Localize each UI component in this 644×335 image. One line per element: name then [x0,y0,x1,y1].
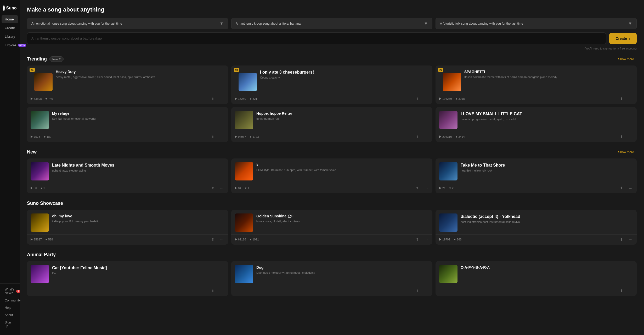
song-card[interactable]: Take Me to That Shoreheartfelt mellow fo… [436,158,637,193]
song-card[interactable]: ♭EDM style, Bb minor, 126 bpm, with trum… [231,158,432,193]
song-card[interactable]: Hoppe, hoppe Reiterfunny german rap94937… [231,107,432,142]
sidebar-item-whats-new[interactable]: What's New? 5 [2,286,18,297]
song-card[interactable]: Cat [Youtube: Feline Music]Cat⬆··· [27,261,228,296]
song-card[interactable]: #3SPAGHETTIItalian bombastic theme with … [436,65,637,104]
sidebar-item-about[interactable]: About [2,311,18,319]
song-thumbnail[interactable] [31,111,49,129]
now-filter[interactable]: Now ▾ [49,56,64,62]
song-thumbnail[interactable] [235,111,253,129]
share-icon[interactable]: ⬆ [210,185,216,191]
share-icon[interactable]: ⬆ [619,185,624,191]
song-title[interactable]: I only ate 3 cheeseburgers! [260,70,429,75]
song-title[interactable]: oh, my love [52,214,224,218]
song-card[interactable]: DogLive music melodyjny rap nu metal, me… [231,261,432,296]
create-row: Create ♪ [27,32,637,44]
share-icon[interactable]: ⬆ [619,288,624,293]
song-title[interactable]: ♭ [256,163,429,167]
share-icon[interactable]: ⬆ [619,237,624,242]
new-show-more[interactable]: Show more + [618,150,637,154]
song-card[interactable]: Golden Sunshine 요아bossa nova, uk drill, … [231,210,432,245]
song-title[interactable]: SPAGHETTI [464,70,633,74]
more-options-icon[interactable]: ··· [423,288,429,293]
song-thumbnail[interactable] [31,213,49,232]
song-thumbnail[interactable] [235,213,253,232]
song-thumbnail[interactable] [239,73,257,91]
sidebar-item-signup[interactable]: Sign up [2,319,18,330]
song-thumbnail[interactable] [31,265,49,283]
more-options-icon[interactable]: ··· [423,134,429,139]
share-icon[interactable]: ⬆ [619,96,624,101]
song-thumbnail[interactable] [439,162,457,180]
sidebar-item-community[interactable]: Community [2,297,18,304]
song-card[interactable]: C-A-P-Y-B-A-R-A⬆··· [436,261,637,296]
share-icon[interactable]: ⬆ [415,96,420,101]
song-title[interactable]: Dog [256,265,429,270]
more-options-icon[interactable]: ··· [219,237,224,242]
song-thumbnail[interactable] [31,162,49,180]
song-card[interactable]: oh, my loveindie-pop soulful dreamy psyc… [27,210,228,245]
song-thumbnail[interactable] [34,73,53,91]
more-options-icon[interactable]: ··· [423,237,429,242]
song-title[interactable]: Hoppe, hoppe Reiter [256,111,429,116]
share-icon[interactable]: ⬆ [210,288,216,293]
song-thumbnail[interactable] [439,213,457,232]
sidebar-bottom: What's New? 5 Community Help About Sign … [0,283,20,332]
sidebar-item-create[interactable]: Create [2,24,18,32]
song-title[interactable]: Golden Sunshine 요아 [256,214,429,218]
animal-party-grid: Cat [Youtube: Feline Music]Cat⬆···DogLiv… [27,261,637,296]
song-tags: upbeat jazzy electro-swing [52,169,224,173]
sidebar-item-home[interactable]: Home [2,15,18,23]
more-options-icon[interactable]: ··· [219,288,224,293]
share-icon[interactable]: ⬆ [415,237,420,242]
song-title[interactable]: I LOVE MY SMALL LITTLE CAT [461,111,633,116]
more-options-icon[interactable]: ··· [423,185,429,191]
song-card[interactable]: Late Nights and Smooth Movesupbeat jazzy… [27,158,228,193]
song-card-top: C-A-P-Y-B-A-R-A [436,261,637,286]
share-icon[interactable]: ⬆ [415,134,420,139]
more-options-icon[interactable]: ··· [628,185,633,191]
song-card[interactable]: #2I only ate 3 cheeseburgers!Country, ca… [231,65,432,104]
sidebar-item-help[interactable]: Help [2,304,18,311]
share-icon[interactable]: ⬆ [210,237,216,242]
song-title[interactable]: Cat [Youtube: Feline Music] [52,265,224,270]
song-title[interactable]: C-A-P-Y-B-A-R-A [461,265,633,270]
song-thumbnail[interactable] [443,73,461,91]
song-thumbnail[interactable] [439,111,457,129]
song-title[interactable]: Heavy Duty [56,70,224,74]
suggestion-pill-1[interactable]: An anthemic k-pop song about a literal b… [231,18,432,29]
more-options-icon[interactable]: ··· [219,134,224,139]
song-title[interactable]: Late Nights and Smooth Moves [52,163,224,168]
more-options-icon[interactable]: ··· [423,96,429,101]
trending-show-more[interactable]: Show more + [618,57,637,61]
share-icon[interactable]: ⬆ [210,96,216,101]
more-options-icon[interactable]: ··· [219,96,224,101]
new-title: New [27,149,37,155]
create-button[interactable]: Create ♪ [609,33,637,44]
song-title[interactable]: Take Me to That Shore [461,163,633,168]
create-input[interactable] [27,32,606,44]
more-options-icon[interactable]: ··· [628,237,633,242]
song-title[interactable]: dialectic (accept it) - Yolkhead [461,214,633,219]
share-icon[interactable]: ⬆ [619,134,624,139]
song-thumbnail[interactable] [439,265,457,283]
sidebar-item-explore[interactable]: Explore BETA [2,41,18,49]
share-icon[interactable]: ⬆ [210,134,216,139]
app-logo[interactable]: ♪ Suno [0,3,20,15]
song-card[interactable]: dialectic (accept it) - Yolkheadpost-ind… [436,210,637,245]
song-title[interactable]: My refuge [52,111,224,116]
more-options-icon[interactable]: ··· [219,185,224,191]
more-options-icon[interactable]: ··· [628,134,633,139]
suggestion-pill-2[interactable]: A futuristic folk song about dancing wit… [436,18,637,29]
song-card[interactable]: My refugeSoft Nu-metal, emotional, power… [27,107,228,142]
share-icon[interactable]: ⬆ [415,185,420,191]
song-thumbnail[interactable] [235,162,253,180]
song-card[interactable]: I LOVE MY SMALL LITTLE CATmelodic, progr… [436,107,637,142]
sidebar-item-library[interactable]: Library [2,32,18,41]
more-options-icon[interactable]: ··· [628,96,633,101]
suggestion-pill-0[interactable]: An emotional house song about dancing wi… [27,18,228,29]
more-options-icon[interactable]: ··· [628,288,633,293]
song-thumbnail[interactable] [235,265,253,283]
share-icon[interactable]: ⬆ [415,288,420,293]
song-card[interactable]: #1Heavy Dutyheavy metal, aggressive, tra… [27,65,228,104]
play-triangle-icon [242,169,246,174]
